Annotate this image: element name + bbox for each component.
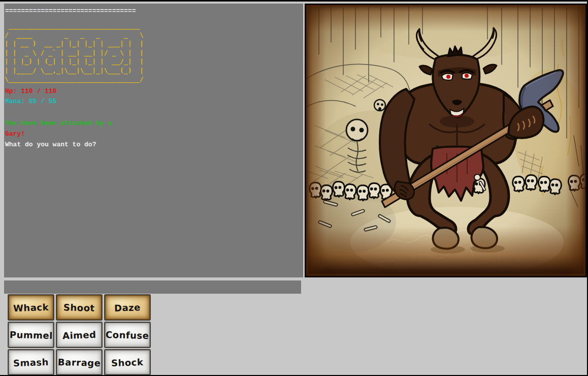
- status-bar: [4, 280, 301, 294]
- action-label: Confuse: [106, 329, 149, 340]
- hp-line: Hp: 110 / 110: [5, 88, 303, 95]
- enemy-image-panel: [305, 4, 587, 277]
- action-button-smash[interactable]: Smash: [8, 350, 54, 375]
- action-button-aimed[interactable]: Aimed: [56, 322, 102, 348]
- battle-message-enemy-name: Gary!: [5, 131, 303, 137]
- action-label: Smash: [13, 356, 49, 368]
- battle-message-prompt: What do you want to do?: [5, 141, 303, 148]
- action-button-barrage[interactable]: Barrage: [56, 350, 102, 375]
- action-label: Pummel: [9, 329, 52, 340]
- action-label: Whack: [13, 301, 49, 313]
- action-button-shock[interactable]: Shock: [105, 350, 150, 375]
- action-grid: Whack Shoot Daze Pummel Aimed Confuse Sm…: [8, 295, 150, 375]
- battle-log: You have been attacked by a Gary! What d…: [5, 120, 303, 148]
- action-button-confuse[interactable]: Confuse: [105, 322, 150, 348]
- action-label: Shoot: [63, 302, 95, 314]
- game-window: ================================= ______…: [0, 0, 588, 376]
- separator-line: =================================: [5, 7, 303, 15]
- action-button-shoot[interactable]: Shoot: [56, 295, 102, 320]
- action-button-pummel[interactable]: Pummel: [8, 322, 54, 348]
- action-label: Shock: [111, 356, 144, 368]
- action-label: Barrage: [58, 356, 101, 368]
- action-label: Aimed: [62, 329, 96, 340]
- mana-line: Mana: 55 / 55: [5, 98, 303, 105]
- battle-terminal-panel: ================================= ______…: [4, 4, 303, 277]
- battle-banner-ascii: _________________________________ / ____…: [5, 21, 303, 84]
- enemy-illustration-minotaur: [305, 4, 587, 277]
- burnt-edges: [305, 4, 587, 277]
- battle-message-attacked: You have been attacked by a: [5, 120, 303, 127]
- action-button-whack[interactable]: Whack: [8, 295, 54, 320]
- action-label: Daze: [114, 302, 141, 314]
- action-button-daze[interactable]: Daze: [105, 295, 150, 320]
